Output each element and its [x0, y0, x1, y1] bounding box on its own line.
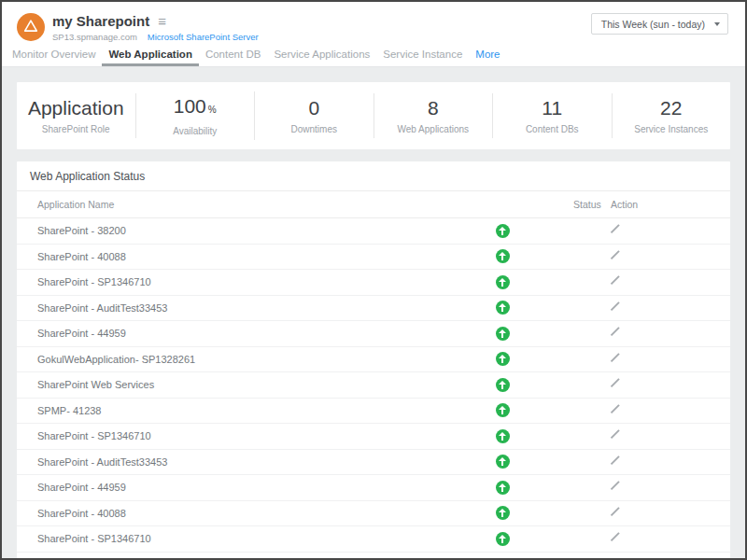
period-selector[interactable]: This Week (sun - today): [591, 13, 728, 35]
stat-value: 22: [613, 97, 731, 119]
web-application-status-card: Web Application Status Application Name …: [17, 161, 730, 560]
edit-pencil-icon[interactable]: [609, 273, 622, 287]
edit-pencil-icon[interactable]: [609, 222, 622, 235]
status-up-icon: [496, 403, 510, 417]
application-name: SharePoint - SP1346710: [17, 430, 432, 441]
table-row: SharePoint - 44959: [17, 321, 730, 347]
stat-availability: 100% Availability: [136, 91, 256, 140]
status-up-icon: [496, 481, 510, 495]
stat-label: Content DBs: [493, 124, 612, 134]
table-row: SharePoint - SP1346710: [17, 526, 730, 553]
application-name: SharePoint - 38200: [17, 225, 432, 236]
application-name: SharePoint - 44959: [17, 482, 432, 493]
application-name: GokulWebApplication- SP1328261: [17, 354, 432, 365]
edit-pencil-icon[interactable]: [609, 427, 622, 441]
page-title: my Sharepoint: [52, 13, 149, 29]
summary-stats-card: Application SharePoint Role 100% Availab…: [17, 82, 730, 149]
stat-downtimes: 0 Downtimes: [255, 93, 374, 138]
stat-label: Web Applications: [374, 124, 493, 134]
application-name: SharePoint - AuditTest33453: [17, 456, 432, 468]
main-content: Application SharePoint Role 100% Availab…: [2, 67, 745, 560]
stat-label: Service Instances: [613, 124, 731, 134]
table-header-row: Application Name Status Action: [17, 191, 730, 218]
table-row: SharePoint - AuditTest33453: [17, 296, 730, 322]
edit-pencil-icon[interactable]: [609, 402, 622, 415]
table-row: SharePoint - SP1346710: [17, 270, 730, 296]
status-up-icon: [496, 352, 510, 366]
tab-monitor-overview[interactable]: Monitor Overview: [6, 49, 102, 66]
stat-web-applications: 8 Web Applications: [374, 93, 494, 138]
tab-content-db[interactable]: Content DB: [199, 49, 267, 66]
page-header: my Sharepoint SP13.spmanage.com Microsof…: [2, 2, 745, 67]
sharepoint-monitor-logo: [17, 13, 45, 41]
edit-pencil-icon[interactable]: [609, 351, 622, 364]
percent-unit: %: [208, 105, 217, 115]
status-up-icon: [496, 532, 510, 546]
application-name: SharePoint - SP1346710: [17, 276, 432, 287]
table-row: SharePoint - 40088: [17, 245, 730, 271]
edit-pencil-icon[interactable]: [609, 325, 622, 338]
status-up-icon: [496, 301, 510, 315]
warning-triangle-icon: [23, 19, 38, 36]
host-name: SP13.spmanage.com: [52, 32, 137, 42]
status-up-icon: [496, 378, 510, 392]
stat-label: Availability: [136, 126, 255, 136]
stat-value: 100%: [136, 95, 255, 121]
status-up-icon: [496, 455, 510, 469]
stat-sharepoint-role: Application SharePoint Role: [17, 93, 136, 138]
app-window: my Sharepoint SP13.spmanage.com Microsof…: [0, 0, 747, 560]
tab-service-applications[interactable]: Service Applications: [267, 49, 376, 66]
table-row: SharePoint Web Services: [17, 372, 730, 399]
monitor-type-link[interactable]: Microsoft SharePoint Server: [148, 32, 259, 42]
edit-pencil-icon[interactable]: [609, 300, 622, 313]
monitor-topbar: my Sharepoint SP13.spmanage.com Microsof…: [2, 2, 745, 45]
status-up-icon: [496, 275, 510, 289]
application-name: SharePoint - AuditTest33453: [17, 302, 432, 314]
application-name: SharePoint - 40088: [17, 508, 432, 519]
application-name: SharePoint - SP1346710: [17, 533, 432, 544]
table-title: Web Application Status: [17, 161, 730, 190]
table-row: SharePoint - AuditTest33453: [17, 450, 730, 476]
hamburger-menu-icon[interactable]: [158, 15, 166, 28]
application-name: SharePoint - 44959: [17, 328, 432, 339]
edit-pencil-icon[interactable]: [609, 479, 622, 492]
table-row: SharePoint - 44959: [17, 475, 730, 501]
stat-value: 8: [374, 97, 493, 119]
edit-pencil-icon[interactable]: [609, 454, 622, 467]
stat-label: Downtimes: [255, 124, 374, 134]
application-name: SharePoint - 40088: [17, 251, 432, 262]
table-row: SharePoint - 38200: [17, 218, 730, 245]
application-name: SPMP- 41238: [17, 405, 432, 416]
stat-value: Application: [17, 97, 135, 119]
column-header-action: Action: [605, 199, 730, 210]
tab-service-instance[interactable]: Service Instance: [376, 49, 469, 66]
status-up-icon: [496, 249, 510, 263]
chevron-down-icon: [714, 22, 720, 26]
tab-web-application[interactable]: Web Application: [102, 49, 198, 66]
status-up-icon: [496, 224, 510, 238]
application-name: SharePoint Web Services: [17, 379, 432, 390]
tab-more[interactable]: More: [469, 49, 506, 66]
table-row: GokulWebApplication- SP1328261: [17, 347, 730, 373]
status-up-icon: [496, 506, 510, 520]
table-row: SharePoint - SP1346710: [17, 424, 730, 450]
stat-content-dbs: 11 Content DBs: [493, 93, 613, 138]
tab-bar: Monitor Overview Web Application Content…: [2, 45, 745, 67]
table-row: SPMP- 41238: [17, 399, 730, 425]
table-row: SharePoint - 40088: [17, 501, 730, 527]
edit-pencil-icon[interactable]: [609, 248, 622, 261]
stat-value: 11: [493, 97, 612, 119]
stat-service-instances: 22 Service Instances: [613, 93, 731, 138]
stat-value: 0: [255, 97, 374, 119]
monitor-titles: my Sharepoint SP13.spmanage.com Microsof…: [52, 13, 591, 42]
period-selector-value: This Week (sun - today): [601, 19, 705, 30]
stat-label: SharePoint Role: [17, 124, 135, 134]
edit-pencil-icon[interactable]: [609, 530, 622, 543]
column-header-application-name: Application Name: [17, 199, 432, 210]
edit-pencil-icon[interactable]: [609, 376, 622, 389]
status-up-icon: [496, 429, 510, 443]
edit-pencil-icon[interactable]: [609, 505, 622, 518]
column-header-status: Status: [572, 199, 605, 210]
status-up-icon: [496, 327, 510, 341]
